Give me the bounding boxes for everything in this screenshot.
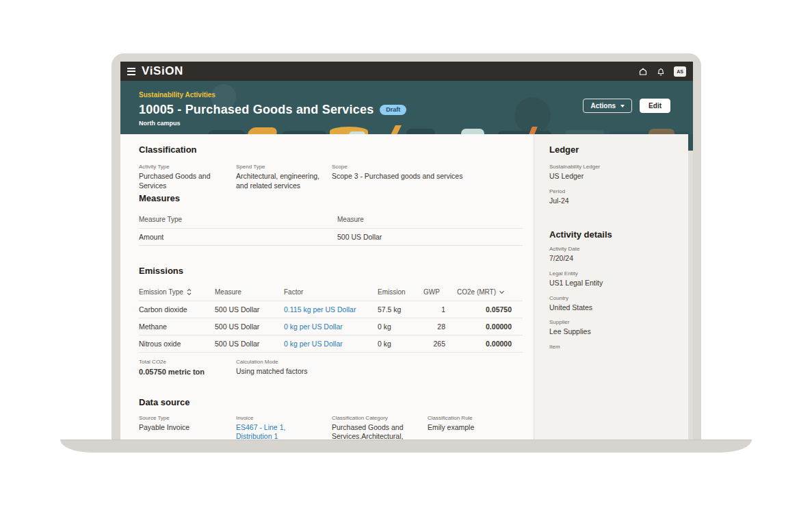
- field-label: Total CO2e: [139, 359, 236, 366]
- field-value: Emily example: [428, 423, 523, 433]
- field-label: Legal Entity: [549, 270, 683, 277]
- topbar-actions: AS: [638, 66, 686, 77]
- co2e-cell: 0.00000: [454, 322, 523, 331]
- field-value: 0.05750 metric ton: [139, 367, 236, 377]
- leaf-decoration: [283, 131, 326, 134]
- field-value: Payable Invoice: [139, 423, 236, 433]
- table-row[interactable]: Carbon dioxide 500 US Dollar 0.115 kg pe…: [139, 301, 523, 318]
- actions-button-label: Actions: [590, 102, 616, 110]
- actions-button[interactable]: Actions: [583, 99, 632, 113]
- field-classification-rule: Classification Rule Emily example: [428, 415, 523, 440]
- page: ViSiON AS: [0, 0, 812, 508]
- field-label: Supplier: [549, 319, 683, 326]
- field-label: Activity Type: [139, 164, 236, 170]
- leaf-decoration: [247, 127, 278, 134]
- notifications-bell-icon[interactable]: [657, 67, 665, 76]
- field-value: United States: [549, 303, 683, 313]
- field-total-co2e: Total CO2e 0.05750 metric ton: [139, 359, 236, 377]
- field-supplier: Supplier Lee Supplies: [549, 319, 683, 337]
- column-header-co2e[interactable]: CO2e (MRT): [454, 288, 523, 296]
- column-header-label: CO2e (MRT): [457, 288, 496, 296]
- co2e-cell: 0.00000: [454, 340, 523, 348]
- leaf-decoration: [349, 131, 365, 134]
- table-row[interactable]: Nitrous oxide 500 US Dollar 0 kg per US …: [139, 335, 523, 353]
- home-icon[interactable]: [638, 67, 648, 76]
- field-value: Purchased Goods and Services.Architectur…: [332, 423, 428, 440]
- field-classification-category: Classification Category Purchased Goods …: [332, 415, 428, 440]
- factor-link[interactable]: 0 kg per US Dollar: [284, 340, 378, 348]
- emission-cell: 0 kg: [378, 322, 423, 331]
- topbar: ViSiON AS: [120, 62, 693, 81]
- field-label: Invoice: [236, 415, 332, 422]
- column-header: Measure: [215, 288, 284, 296]
- measures-table: Measure Type Measure Amount 500 US Dolla…: [139, 211, 523, 246]
- factor-link[interactable]: 0 kg per US Dollar: [284, 322, 378, 331]
- leaf-decoration: [565, 130, 605, 134]
- section-title-data-source: Data source: [139, 398, 523, 407]
- field-value: US1 Legal Entity: [549, 279, 683, 288]
- invoice-link[interactable]: ES467 - Line 1, Distribution 1: [236, 423, 332, 440]
- field-value: Jul-24: [549, 196, 683, 206]
- table-row[interactable]: Methane 500 US Dollar 0 kg per US Dollar…: [139, 318, 523, 335]
- section-title-activity-details: Activity details: [549, 230, 683, 239]
- laptop-base: [60, 440, 752, 453]
- scrollbar[interactable]: [688, 134, 693, 440]
- column-header-label: Emission Type: [139, 288, 183, 296]
- field-label: Source Type: [139, 415, 236, 422]
- emission-type-cell: Methane: [139, 322, 215, 331]
- emissions-totals: Total CO2e 0.05750 metric ton Calculatio…: [139, 359, 523, 377]
- field-activity-date: Activity Date 7/20/24: [549, 246, 683, 264]
- field-value: Scope 3 - Purchased goods and services: [332, 172, 523, 181]
- field-label: Scope: [332, 164, 523, 170]
- details-sidebar: Ledger Sustainability Ledger US Ledger P…: [534, 134, 693, 440]
- field-label: Sustainability Ledger: [549, 164, 683, 170]
- field-source-type: Source Type Payable Invoice: [139, 415, 236, 440]
- field-country: Country United States: [549, 295, 683, 313]
- breadcrumb[interactable]: Sustainability Activities: [139, 91, 215, 99]
- edit-button[interactable]: Edit: [640, 99, 670, 113]
- app-window: ViSiON AS: [120, 62, 693, 440]
- leaf-decoration: [406, 129, 435, 134]
- field-activity-type: Activity Type Purchased Goods and Servic…: [139, 164, 236, 190]
- measure-type-cell: Amount: [139, 233, 337, 241]
- emissions-table-header: Emission Type Measure Factor Emission GW…: [139, 283, 523, 301]
- field-value: Using matched factors: [236, 367, 523, 377]
- measure-cell: 500 US Dollar: [337, 233, 523, 241]
- section-title-emissions: Emissions: [139, 266, 523, 275]
- main-panel: Classification Activity Type Purchased G…: [120, 134, 534, 440]
- status-badge: Draft: [380, 105, 406, 115]
- field-period: Period Jul-24: [549, 188, 683, 206]
- gwp-cell: 28: [423, 322, 454, 331]
- menu-icon[interactable]: [127, 68, 135, 75]
- avatar[interactable]: AS: [674, 66, 686, 77]
- field-label: Activity Date: [549, 246, 683, 253]
- column-header: Factor: [284, 288, 378, 296]
- section-title-measures: Measures: [139, 194, 523, 203]
- emission-cell: 57.5 kg: [378, 305, 423, 314]
- column-header: Measure: [337, 216, 523, 223]
- field-label: Period: [549, 188, 683, 195]
- field-spend-type: Spend Type Architectural, engineering, a…: [236, 164, 332, 190]
- field-item: Item: [549, 344, 683, 351]
- field-label: Classification Category: [332, 415, 428, 422]
- leaf-decoration: [498, 131, 551, 134]
- table-row[interactable]: Amount 500 US Dollar: [139, 229, 523, 246]
- chevron-down-icon: [499, 290, 505, 294]
- column-header: GWP: [423, 288, 454, 296]
- page-header: Sustainability Activities 10005 - Purcha…: [120, 81, 693, 134]
- section-title-classification: Classification: [139, 145, 523, 154]
- field-value: Architectural, engineering, and related …: [236, 172, 332, 190]
- leaf-decoration: [461, 129, 484, 134]
- leaf-decoration: [208, 130, 246, 134]
- page-title: 10005 - Purchased Goods and Services: [139, 103, 374, 117]
- factor-link[interactable]: 0.115 kg per US Dollar: [284, 305, 378, 314]
- data-source-fields: Source Type Payable Invoice Invoice ES46…: [139, 415, 523, 440]
- column-header-emission-type[interactable]: Emission Type: [139, 288, 215, 296]
- field-value: Purchased Goods and Services: [139, 172, 236, 190]
- field-value: US Ledger: [549, 172, 683, 181]
- field-label: Classification Rule: [428, 415, 523, 422]
- field-value: 7/20/24: [549, 254, 683, 264]
- emission-type-cell: Carbon dioxide: [139, 305, 215, 314]
- column-header: Measure Type: [139, 216, 337, 223]
- scrollbar-thumb[interactable]: [688, 134, 693, 151]
